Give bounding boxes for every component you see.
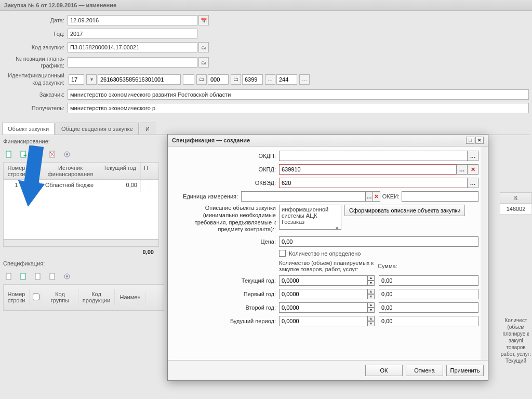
- stepper-up-icon[interactable]: ▲: [367, 275, 375, 281]
- col-p[interactable]: П: [141, 163, 151, 179]
- apply-button[interactable]: Применить: [446, 365, 484, 376]
- clear-icon[interactable]: ✕: [373, 191, 380, 202]
- stepper-down-icon[interactable]: ▼: [367, 294, 375, 299]
- first-year-qty[interactable]: [279, 289, 367, 299]
- ellipsis-icon[interactable]: …: [467, 151, 478, 161]
- idcode-part1[interactable]: [69, 74, 84, 85]
- col-name[interactable]: Наимен: [115, 292, 146, 302]
- col-prod-code[interactable]: Код продукции: [78, 289, 115, 305]
- copy-doc-icon[interactable]: [32, 271, 44, 282]
- add-doc-icon[interactable]: [18, 271, 29, 282]
- cancel-button[interactable]: Отмена: [406, 365, 443, 376]
- clear-icon[interactable]: ✕: [467, 164, 478, 175]
- okei-field[interactable]: [402, 191, 478, 202]
- qty-undefined-checkbox[interactable]: [279, 250, 286, 257]
- cell-checkbox[interactable]: [30, 180, 42, 192]
- stepper-down-icon[interactable]: ▼: [367, 321, 375, 326]
- stepper-up-icon[interactable]: ▲: [367, 316, 375, 321]
- purchase-code-field[interactable]: [68, 42, 197, 52]
- tab-object[interactable]: Объект закупки: [2, 123, 55, 135]
- cur-year-sum[interactable]: [379, 275, 478, 286]
- label-price: Цена:: [170, 238, 279, 245]
- description-field[interactable]: информационной системы АЦК Госзаказ ▾: [279, 205, 341, 230]
- right-col-head[interactable]: К: [500, 192, 532, 204]
- lookup-icon[interactable]: 🗂: [198, 57, 209, 68]
- maximize-icon[interactable]: □: [466, 137, 474, 144]
- label-id-code: Идентификационный код закупки:: [0, 72, 68, 86]
- date-field[interactable]: [68, 15, 197, 25]
- first-year-sum[interactable]: [379, 289, 478, 299]
- qty-column-header: Количество (объем) планируемых к закупке…: [279, 260, 378, 272]
- okdp-field[interactable]: [279, 151, 468, 161]
- col-current-year[interactable]: Текущий год: [99, 163, 141, 179]
- delete-doc-icon[interactable]: [47, 149, 58, 160]
- gear-icon[interactable]: [61, 271, 73, 282]
- tab-general[interactable]: Общие сведения о закупке: [56, 123, 139, 135]
- close-icon[interactable]: ✕: [475, 137, 484, 144]
- col-checkbox[interactable]: [30, 163, 42, 179]
- ellipsis-icon[interactable]: …: [265, 74, 275, 85]
- window-title: Закупка № 6 от 12.09.2016 — изменение: [0, 0, 532, 11]
- unit-field[interactable]: [241, 191, 366, 202]
- svg-rect-10: [6, 273, 11, 280]
- right-col-cell: 146002: [500, 204, 532, 215]
- col-group-code[interactable]: Код группы: [42, 289, 78, 305]
- label-okpd: ОКПД:: [170, 166, 279, 172]
- label-okei: ОКЕИ:: [380, 193, 402, 200]
- svg-rect-4: [36, 152, 41, 158]
- calendar-icon[interactable]: 📅: [198, 15, 209, 25]
- copy-doc-icon[interactable]: [32, 149, 44, 160]
- lookup-icon[interactable]: 🗂: [198, 42, 209, 52]
- svg-point-9: [66, 153, 68, 155]
- lookup-icon[interactable]: 🗂: [196, 74, 207, 85]
- plan-position-field[interactable]: [68, 57, 197, 68]
- okved-field[interactable]: [279, 178, 468, 188]
- stepper-up-icon[interactable]: ▲: [367, 289, 375, 294]
- sum-column-header: Сумма:: [378, 263, 397, 269]
- tab-other[interactable]: И: [140, 123, 155, 135]
- table-row[interactable]: 1 Областной бюдже 0,00: [4, 180, 158, 192]
- idcode-part5[interactable]: [276, 74, 297, 85]
- idcode-blank[interactable]: [183, 74, 194, 85]
- future-qty[interactable]: [279, 316, 367, 326]
- recipient-field[interactable]: [68, 103, 529, 113]
- stepper-down-icon[interactable]: ▼: [367, 308, 375, 313]
- col-row-no[interactable]: Номер строки: [4, 289, 30, 305]
- year-field[interactable]: [68, 29, 197, 39]
- okpd-field[interactable]: [279, 164, 457, 175]
- label-year: Год:: [0, 31, 68, 37]
- customer-field[interactable]: [68, 89, 529, 100]
- financing-total: 0,00: [0, 247, 159, 257]
- generate-description-button[interactable]: Сформировать описание объекта закупки: [344, 205, 465, 216]
- new-doc-icon[interactable]: [3, 149, 15, 160]
- stepper-down-icon[interactable]: ▼: [367, 281, 375, 286]
- ok-button[interactable]: ОК: [365, 365, 403, 376]
- idcode-part3[interactable]: [208, 74, 229, 85]
- svg-rect-0: [6, 151, 11, 157]
- future-sum[interactable]: [379, 316, 478, 326]
- h-scrollbar[interactable]: [3, 240, 159, 247]
- svg-point-15: [66, 275, 68, 277]
- lookup-icon[interactable]: 🗂: [231, 74, 241, 85]
- ellipsis-icon[interactable]: …: [467, 178, 478, 188]
- chevron-down-icon[interactable]: ▾: [86, 74, 97, 85]
- idcode-part4[interactable]: [242, 74, 263, 85]
- gear-icon[interactable]: [61, 149, 73, 160]
- col-row-no[interactable]: Номер строки: [4, 163, 30, 179]
- new-doc-icon[interactable]: [3, 271, 15, 282]
- add-doc-icon[interactable]: +: [18, 149, 29, 160]
- svg-text:+: +: [23, 152, 26, 158]
- idcode-part2[interactable]: [98, 74, 181, 85]
- stepper-up-icon[interactable]: ▲: [367, 302, 375, 308]
- second-year-qty[interactable]: [279, 302, 367, 313]
- ellipsis-icon[interactable]: …: [456, 164, 468, 175]
- price-field[interactable]: [279, 236, 478, 247]
- col-checkbox[interactable]: [30, 291, 42, 303]
- ellipsis-icon[interactable]: …: [365, 191, 373, 202]
- second-year-sum[interactable]: [379, 302, 478, 313]
- delete-doc-icon[interactable]: [47, 271, 58, 282]
- label-plan-position: № позиции плана-графика:: [0, 56, 68, 69]
- cur-year-qty[interactable]: [279, 275, 367, 286]
- ellipsis-icon[interactable]: …: [299, 74, 310, 85]
- col-source[interactable]: Источник финансирования: [42, 163, 99, 179]
